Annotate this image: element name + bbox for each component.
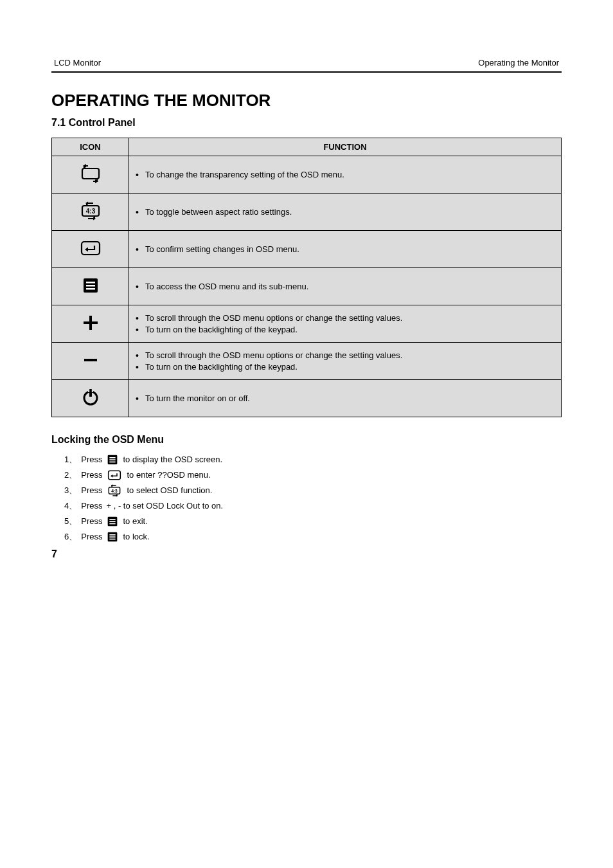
plus-icon <box>81 313 100 332</box>
icon-cell <box>52 305 129 343</box>
step-pre: Press <box>81 483 102 498</box>
step-number: 2、 <box>64 467 77 483</box>
table-row: •To scroll through the OSD menu options … <box>52 305 562 343</box>
svg-rect-35 <box>110 534 116 536</box>
icon-cell <box>52 156 129 194</box>
step-number: 5、 <box>64 514 77 529</box>
bullet-icon: • <box>136 312 139 324</box>
transparency-icon <box>79 164 102 183</box>
step-post: to select OSD function. <box>127 483 212 498</box>
bullet-icon: • <box>136 169 139 181</box>
step-post: to display the OSD screen. <box>123 452 222 467</box>
bullet-icon: • <box>136 350 139 361</box>
desc-cell: •To turn the monitor on or off. <box>129 380 562 417</box>
locking-steps: 1、Press to display the OSD screen.2、Pres… <box>51 452 562 545</box>
svg-rect-23 <box>110 462 116 463</box>
bullet-icon: • <box>136 281 139 293</box>
icon-cell <box>52 343 129 380</box>
bullet-text: To turn the monitor on or off. <box>145 393 250 404</box>
step-number: 4、 <box>64 498 77 514</box>
svg-marker-25 <box>111 475 112 478</box>
aspect-ratio-icon: 4:3 <box>106 484 123 497</box>
svg-rect-7 <box>82 242 100 255</box>
menu-icon <box>106 515 119 528</box>
svg-marker-8 <box>85 248 88 252</box>
header-left: LCD Monitor <box>54 58 101 68</box>
bullet-text: To scroll through the OSD menu options o… <box>145 312 402 324</box>
desc-cell: •To toggle between aspect ratio settings… <box>129 194 562 231</box>
svg-rect-37 <box>110 539 116 540</box>
desc-cell: •To confirm setting changes in OSD menu. <box>129 231 562 268</box>
svg-rect-19 <box>89 389 92 397</box>
svg-rect-11 <box>86 285 95 287</box>
table-row: •To turn the monitor on or off. <box>52 380 562 417</box>
th-icon: ICON <box>52 138 129 156</box>
step-pre: Press <box>81 467 102 483</box>
locking-title: Locking the OSD Menu <box>51 434 562 446</box>
step-pre: Press <box>81 514 102 529</box>
desc-cell: •To access the OSD menu and its sub-menu… <box>129 268 562 305</box>
menu-icon <box>81 276 100 295</box>
step-post: + , - to set OSD Lock Out to on. <box>106 498 223 514</box>
step-pre: Press <box>81 498 102 514</box>
bullet-icon: • <box>136 393 139 404</box>
list-item: 6、Press to lock. <box>64 529 562 545</box>
icon-cell <box>52 231 129 268</box>
svg-rect-21 <box>110 457 116 458</box>
list-item: 5、Press to exit. <box>64 514 562 529</box>
svg-rect-22 <box>110 459 116 460</box>
bullet-text: To change the transparency setting of th… <box>145 169 344 181</box>
svg-rect-31 <box>110 519 116 520</box>
bullet-icon: • <box>136 244 139 255</box>
svg-rect-32 <box>110 521 116 522</box>
page-title: OPERATING THE MONITOR <box>51 91 562 111</box>
minus-icon <box>81 350 100 370</box>
bullet-icon: • <box>136 361 139 373</box>
table-row: •To confirm setting changes in OSD menu. <box>52 231 562 268</box>
list-item: 3、Press 4:3 to select OSD function. <box>64 483 562 498</box>
power-icon <box>81 388 100 407</box>
svg-rect-0 <box>82 168 99 179</box>
svg-rect-15 <box>84 359 97 361</box>
table-row: •To scroll through the OSD menu options … <box>52 343 562 380</box>
step-post: to enter ??OSD menu. <box>127 467 210 483</box>
desc-cell: •To scroll through the OSD menu options … <box>129 305 562 343</box>
svg-rect-14 <box>84 321 98 324</box>
bullet-text: To turn on the backlighting of the keypa… <box>145 361 298 373</box>
menu-icon <box>106 453 119 466</box>
aspect-ratio-icon: 4:3 <box>79 201 102 221</box>
section-number: 7 <box>51 548 562 560</box>
enter-icon <box>106 469 123 482</box>
divider <box>51 71 562 73</box>
desc-cell: •To change the transparency setting of t… <box>129 156 562 194</box>
step-pre: Press <box>81 529 102 545</box>
svg-text:4:3: 4:3 <box>85 208 95 215</box>
list-item: 2、Press to enter ??OSD menu. <box>64 467 562 483</box>
bullet-text: To confirm setting changes in OSD menu. <box>145 244 299 255</box>
step-number: 6、 <box>64 529 77 545</box>
table-row: •To access the OSD menu and its sub-menu… <box>52 268 562 305</box>
bullet-text: To toggle between aspect ratio settings. <box>145 206 292 218</box>
step-post: to lock. <box>123 529 149 545</box>
icon-cell <box>52 380 129 417</box>
bullet-text: To scroll through the OSD menu options o… <box>145 350 402 361</box>
step-post: to exit. <box>123 514 147 529</box>
svg-rect-36 <box>110 536 116 538</box>
svg-rect-33 <box>110 523 116 525</box>
step-number: 3、 <box>64 483 77 498</box>
icon-cell <box>52 268 129 305</box>
desc-cell: •To scroll through the OSD menu options … <box>129 343 562 380</box>
enter-icon <box>79 239 102 258</box>
list-item: 4、Press + , - to set OSD Lock Out to on. <box>64 498 562 514</box>
section-subtitle: 7.1 Control Panel <box>51 117 562 129</box>
table-row: 4:3 •To toggle between aspect ratio sett… <box>52 194 562 231</box>
list-item: 1、Press to display the OSD screen. <box>64 452 562 467</box>
bullet-text: To turn on the backlighting of the keypa… <box>145 324 298 336</box>
control-panel-table: ICON FUNCTION •To change the transparenc… <box>51 138 562 417</box>
svg-rect-10 <box>86 282 95 284</box>
svg-rect-24 <box>109 471 121 479</box>
svg-text:4:3: 4:3 <box>112 489 118 493</box>
bullet-icon: • <box>136 324 139 336</box>
step-number: 1、 <box>64 452 77 467</box>
menu-icon <box>106 530 119 543</box>
